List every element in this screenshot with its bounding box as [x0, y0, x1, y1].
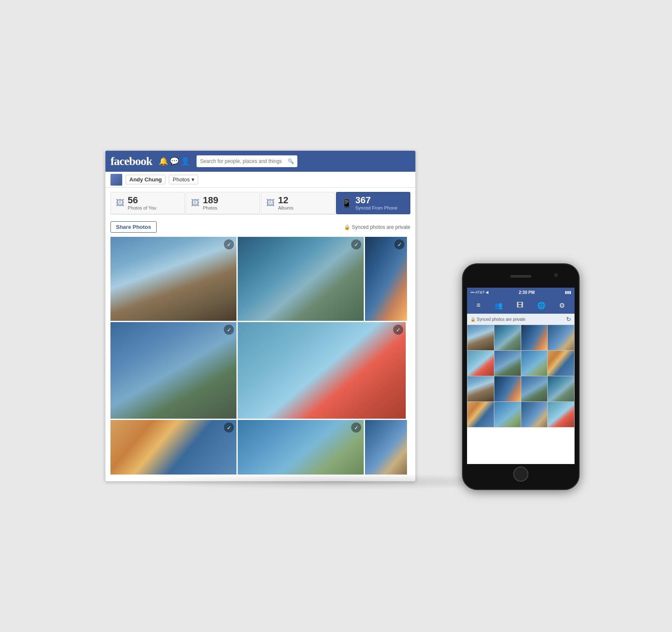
photos-count: 189 — [203, 196, 218, 205]
photo-grid: ✓ ✓ ✓ ✓ — [105, 237, 415, 480]
phone-photo-2[interactable] — [494, 325, 521, 350]
synced-phone-icon: 📱 — [341, 198, 352, 208]
synced-count: 367 — [355, 196, 397, 205]
phone-photo-3[interactable] — [521, 325, 548, 350]
photo-row-2: ✓ ✓ — [110, 322, 410, 419]
photo-cell-sunset[interactable]: ✓ — [365, 237, 407, 321]
phone-photo-13[interactable] — [467, 402, 494, 427]
phone-photo-5[interactable] — [467, 351, 494, 376]
profile-subnav: Andy Chung Photos ▾ — [105, 172, 415, 188]
photo-check-icon: ✓ — [394, 239, 404, 249]
phone-time: 2:30 PM — [519, 290, 535, 295]
phone-status-bar: ▪▪▪ AT&T ◀ 2:30 PM ▮▮▮ — [467, 288, 575, 297]
photo-check-icon: ✓ — [351, 239, 361, 249]
photos-of-you-icon: 🖼 — [116, 198, 124, 208]
photos-icon: 🖼 — [191, 198, 200, 208]
phone-photo-14[interactable] — [494, 402, 521, 427]
synced-label: Synced From Phone — [355, 206, 397, 210]
mobile-phone: ▪▪▪ AT&T ◀ 2:30 PM ▮▮▮ ≡ 👥 🎞 🌐 ⚙ 🔒 Synce… — [462, 263, 580, 490]
phone-carrier: ▪▪▪ AT&T ◀ — [470, 290, 488, 294]
phone-photos-nav-icon[interactable]: 🎞 — [517, 302, 523, 309]
photo-cell-selfie[interactable]: ✓ — [110, 420, 236, 475]
photo-cell-hikers[interactable] — [365, 420, 407, 475]
lock-icon: 🔒 — [344, 224, 350, 230]
profile-name-button[interactable]: Andy Chung — [126, 175, 165, 184]
photo-check-icon: ✓ — [351, 422, 361, 433]
phone-screen: ▪▪▪ AT&T ◀ 2:30 PM ▮▮▮ ≡ 👥 🎞 🌐 ⚙ 🔒 Synce… — [467, 288, 575, 464]
phone-camera — [554, 273, 558, 277]
search-icon: 🔍 — [288, 158, 294, 164]
share-photos-button[interactable]: Share Photos — [110, 221, 157, 233]
notification-icon[interactable]: 🔔 — [159, 157, 168, 166]
photos-of-you-label: Photos of You — [128, 206, 156, 210]
synced-from-phone-stat[interactable]: 📱 367 Synced From Phone — [336, 192, 410, 214]
photos-section-button[interactable]: Photos ▾ — [169, 175, 198, 184]
content-area: 🖼 56 Photos of You 🖼 189 Photos 🖼 — [105, 192, 415, 481]
photos-stat[interactable]: 🖼 189 Photos — [186, 192, 260, 214]
message-icon[interactable]: 💬 — [170, 157, 179, 166]
photos-of-you-count: 56 — [128, 196, 156, 205]
phone-photo-8[interactable] — [548, 351, 574, 376]
photo-check-icon: ✓ — [224, 325, 234, 335]
phone-photo-6[interactable] — [494, 351, 521, 376]
photo-cell-dog[interactable]: ✓ — [238, 322, 406, 419]
photo-cell-group[interactable]: ✓ — [110, 322, 236, 419]
facebook-logo: facebook — [110, 155, 152, 168]
photo-stats-bar: 🖼 56 Photos of You 🖼 189 Photos 🖼 — [110, 192, 410, 215]
phone-globe-icon[interactable]: 🌐 — [537, 302, 546, 309]
phone-photo-grid — [467, 325, 575, 427]
phone-photo-16[interactable] — [548, 402, 574, 427]
phone-battery: ▮▮▮ — [565, 290, 571, 294]
phone-photo-7[interactable] — [521, 351, 548, 376]
photo-check-icon: ✓ — [224, 239, 234, 249]
phone-lock-icon: 🔒 — [470, 317, 475, 322]
photo-cell-couple[interactable]: ✓ — [238, 237, 364, 321]
photo-check-icon: ✓ — [224, 422, 234, 433]
photo-row-3: ✓ ✓ — [110, 420, 410, 475]
photos-of-you-stat[interactable]: 🖼 56 Photos of You — [110, 192, 185, 214]
photo-cell-mountains[interactable]: ✓ — [110, 237, 236, 321]
phone-privacy-text: 🔒 Synced photos are private — [470, 317, 525, 322]
search-input[interactable] — [200, 158, 286, 164]
search-bar[interactable]: 🔍 — [197, 155, 297, 167]
albums-icon: 🖼 — [266, 198, 275, 208]
phone-photo-15[interactable] — [521, 402, 548, 427]
phone-friends-icon[interactable]: 👥 — [494, 302, 503, 309]
phone-navbar: ≡ 👥 🎞 🌐 ⚙ — [467, 297, 575, 314]
privacy-note: 🔒 Synced photos are private — [344, 224, 410, 230]
facebook-navbar: facebook 🔔 💬 👤 🔍 — [105, 151, 415, 172]
facebook-desktop-ui: facebook 🔔 💬 👤 🔍 Andy Chung Photos ▾ — [105, 150, 416, 482]
phone-photo-1[interactable] — [467, 325, 494, 350]
photo-cell-crowd[interactable]: ✓ — [238, 420, 364, 475]
friend-request-icon[interactable]: 👤 — [181, 157, 190, 166]
phone-photo-11[interactable] — [521, 376, 548, 401]
phone-photo-12[interactable] — [548, 376, 574, 401]
navbar-icons: 🔔 💬 👤 — [159, 157, 190, 166]
albums-stat[interactable]: 🖼 12 Albums — [261, 192, 335, 214]
phone-speaker — [510, 275, 531, 278]
phone-privacy-bar: 🔒 Synced photos are private ↻ — [467, 314, 575, 325]
albums-count: 12 — [278, 196, 294, 205]
phone-menu-icon[interactable]: ≡ — [476, 302, 480, 309]
photo-row-1: ✓ ✓ ✓ — [110, 237, 410, 321]
phone-photo-4[interactable] — [548, 325, 574, 350]
share-bar: Share Photos 🔒 Synced photos are private — [105, 219, 415, 237]
phone-settings-icon[interactable]: ⚙ — [559, 302, 565, 309]
albums-label: Albums — [278, 206, 294, 210]
photo-check-icon: ✓ — [393, 325, 403, 335]
photos-label: Photos — [203, 206, 218, 210]
phone-photo-10[interactable] — [494, 376, 521, 401]
phone-home-button[interactable] — [513, 467, 528, 482]
avatar — [110, 174, 122, 186]
phone-refresh-icon[interactable]: ↻ — [566, 316, 571, 323]
phone-photo-9[interactable] — [467, 376, 494, 401]
